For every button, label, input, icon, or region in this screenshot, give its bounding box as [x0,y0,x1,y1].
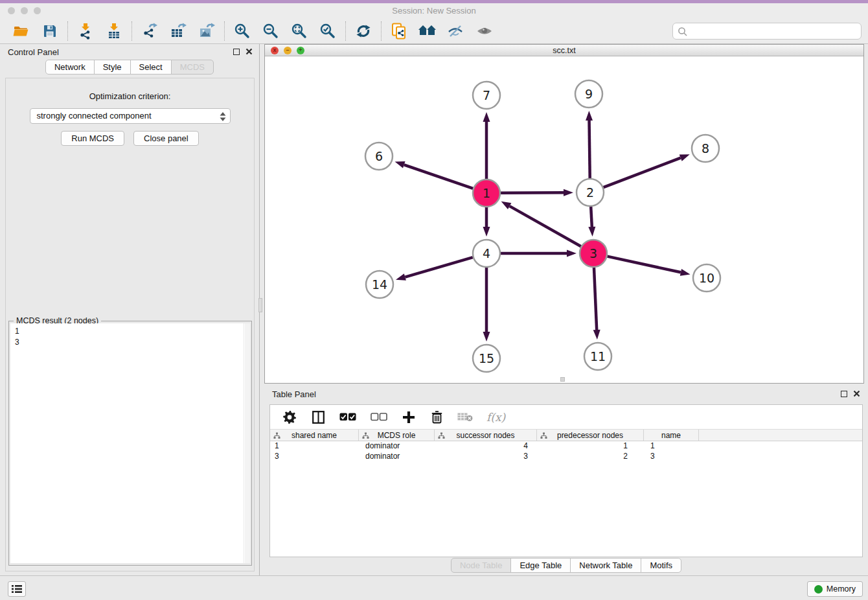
zoom-out-icon [262,23,279,40]
delete-table-button[interactable] [457,406,474,428]
delete-column-button[interactable] [429,406,444,428]
tab-select[interactable]: Select [130,60,172,75]
close-panel-button[interactable]: Close panel [133,131,199,146]
cell-shared-name[interactable]: 3 [270,452,359,462]
panel-splitter-handle[interactable] [258,298,262,312]
hierarchy-icon [438,432,445,439]
column-header-name[interactable]: name [644,430,699,441]
zoom-selected-button[interactable] [316,20,339,42]
cell-predecessor-nodes[interactable]: 1 [537,441,644,452]
cell-predecessor-nodes[interactable]: 2 [537,452,644,462]
import-table-button[interactable] [102,20,126,42]
cell-name[interactable]: 1 [644,441,699,452]
graph-edge-arrowhead [567,250,577,257]
graph-node-label-11: 11 [590,349,606,363]
graph-edge-3-11[interactable] [594,268,597,330]
graph-edge-2-3[interactable] [591,207,592,227]
export-table-icon [170,23,187,40]
search-field[interactable] [672,23,862,40]
zoom-out-button[interactable] [259,20,282,42]
criterion-dropdown[interactable]: strongly connected component [30,108,231,124]
network-window-titlebar[interactable]: x – + scc.txt [265,45,863,56]
tab-network-table[interactable]: Network Table [570,558,641,573]
float-panel-icon[interactable] [841,391,847,397]
open-folder-icon [13,23,30,39]
graph-edge-1-2[interactable] [501,192,564,193]
column-header-successor-nodes[interactable]: successor nodes [435,430,537,441]
refresh-button[interactable] [352,20,375,42]
graph-node-label-9: 9 [585,87,593,101]
show-all-button[interactable] [473,20,496,42]
cell-successor-nodes[interactable]: 3 [435,452,537,462]
graph-edge-1-6[interactable] [404,165,473,189]
graph-node-label-4: 4 [483,246,490,260]
window-resize-grip[interactable] [560,377,565,382]
column-header-predecessor-nodes[interactable]: predecessor nodes [537,430,644,441]
unchecked-boxes-icon [371,413,387,421]
graph-edge-4-14[interactable] [405,257,473,277]
task-history-button[interactable] [8,581,26,597]
table-panel-title: Table Panel [272,389,316,399]
search-input[interactable] [690,23,857,39]
tab-mcds[interactable]: MCDS [171,60,214,75]
export-image-button[interactable] [195,20,218,42]
column-header-MCDS-role[interactable]: MCDS role [359,430,435,441]
graph-edge-3-1[interactable] [510,206,581,246]
hide-selection-button[interactable] [444,20,468,42]
plus-icon [402,411,415,424]
tab-network[interactable]: Network [45,60,95,75]
import-network-button[interactable] [74,20,97,42]
select-all-columns-button[interactable] [339,406,357,428]
run-mcds-button[interactable]: Run MCDS [61,131,124,146]
table-panel: Table Panel [264,386,868,575]
export-image-icon [198,23,216,40]
graph-edge-2-9[interactable] [589,121,590,178]
zoom-in-button[interactable] [231,20,254,42]
table-row[interactable]: 3dominator323 [270,452,862,462]
zoom-fit-button[interactable] [288,20,311,42]
import-table-icon [106,23,122,40]
deselect-all-columns-button[interactable] [370,406,388,428]
memory-button[interactable]: Memory [807,581,863,597]
save-floppy-icon [42,23,58,39]
tab-node-table[interactable]: Node Table [451,558,512,573]
graph-edge-3-10[interactable] [607,257,680,273]
column-header-shared-name[interactable]: shared name [270,430,359,441]
graph-edge-arrowhead [396,273,406,281]
network-canvas[interactable]: 1234678910111415 [265,56,863,382]
import-network-icon [77,23,94,40]
dropdown-stepper-icon [219,111,227,122]
graph-edge-2-8[interactable] [604,158,681,188]
tab-style[interactable]: Style [94,60,131,75]
clone-network-button[interactable] [387,20,411,42]
column-layout-button[interactable] [310,406,326,428]
optimization-criterion-label: Optimization criterion: [6,91,254,101]
mcds-result-text[interactable]: 1 3 [10,323,244,563]
export-network-icon [141,23,158,40]
zoom-in-icon [234,23,251,40]
float-panel-icon[interactable] [233,49,240,55]
close-panel-icon[interactable] [853,390,860,397]
tab-edge-table[interactable]: Edge Table [510,558,571,573]
table-body: 1dominator4113dominator323 [270,441,862,462]
export-table-button[interactable] [166,20,190,42]
tab-motifs[interactable]: Motifs [641,558,681,573]
cell-MCDS-role[interactable]: dominator [359,452,435,462]
cell-shared-name[interactable]: 1 [270,441,359,452]
add-column-button[interactable] [401,406,417,428]
save-session-button[interactable] [38,20,62,42]
network-view-title: scc.txt [265,46,863,55]
table-settings-button[interactable] [282,406,297,428]
cell-MCDS-role[interactable]: dominator [359,441,435,452]
cell-name[interactable]: 3 [644,452,699,462]
close-panel-icon[interactable] [246,48,253,55]
home-networks-button[interactable] [416,20,439,42]
cell-successor-nodes[interactable]: 4 [435,441,537,452]
export-network-button[interactable] [138,20,161,42]
graph-edge-arrowhead [680,154,690,161]
function-builder-button[interactable]: f(x) [486,411,505,424]
result-scrollbar[interactable] [244,323,250,563]
network-view-window: x – + scc.txt 1234678910111415 [264,44,864,384]
open-session-button[interactable] [10,20,33,42]
table-row[interactable]: 1dominator411 [270,441,862,452]
